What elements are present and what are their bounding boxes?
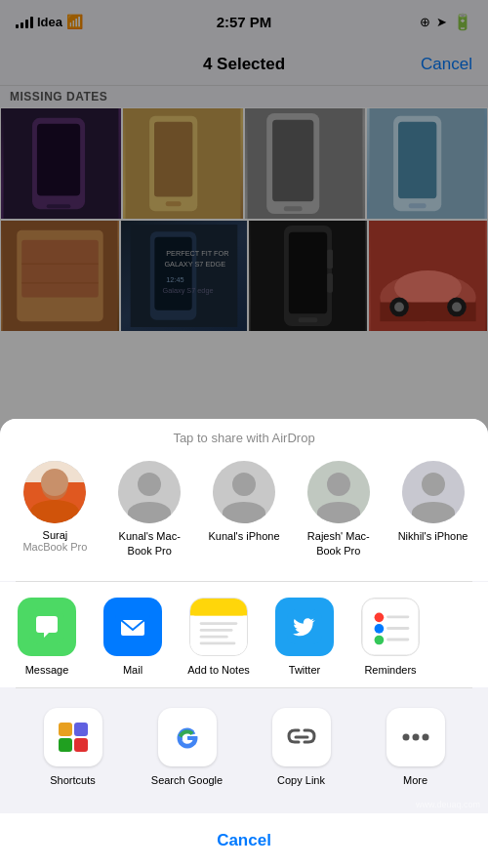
airdrop-contact-rajesh[interactable]: Rajesh' Mac-Book Pro xyxy=(296,461,382,558)
avatar-kunal-mac xyxy=(118,461,181,523)
app-label-mail: Mail xyxy=(123,664,142,676)
google-icon-colored xyxy=(172,722,203,753)
share-overlay: Tap to share with AirDrop Suraj xyxy=(0,0,488,868)
avatar-suraj xyxy=(23,461,86,523)
action-icon-more xyxy=(386,708,445,766)
more-icon-svg xyxy=(399,721,432,754)
svg-rect-60 xyxy=(59,723,72,736)
app-icon-notes xyxy=(189,598,248,656)
action-label-shortcuts: Shortcuts xyxy=(50,774,95,786)
contact-name-suraj: Suraj MacBook Pro xyxy=(22,529,87,553)
contact-label-kunal-iphone: Kunal's iPhone xyxy=(208,529,279,543)
action-label-search-google: Search Google xyxy=(151,774,223,786)
action-search-google[interactable]: G Search Google xyxy=(139,708,236,786)
app-label-notes: Add to Notes xyxy=(187,664,250,676)
svg-rect-61 xyxy=(74,723,88,736)
avatar-kunal-iphone xyxy=(213,461,275,523)
svg-rect-48 xyxy=(200,622,238,625)
avatar-rajesh xyxy=(307,461,370,523)
svg-point-68 xyxy=(422,734,428,741)
contact-subtitle-suraj: MacBook Pro xyxy=(22,541,87,553)
svg-point-54 xyxy=(375,613,385,623)
copy-link-icon-svg xyxy=(285,721,318,754)
actions-section: Shortcuts G xyxy=(0,688,488,806)
twitter-icon-svg xyxy=(287,609,322,644)
app-icon-reminders xyxy=(361,598,420,656)
svg-rect-50 xyxy=(200,636,228,639)
avatar-nikhil xyxy=(402,461,465,523)
app-mail[interactable]: Mail xyxy=(90,598,176,676)
svg-point-56 xyxy=(375,624,385,634)
svg-rect-55 xyxy=(386,615,409,618)
airdrop-contact-kunal-iphone[interactable]: Kunal's iPhone xyxy=(201,461,287,558)
action-label-more: More xyxy=(403,774,427,786)
shortcuts-icon-svg xyxy=(57,721,90,754)
notes-icon-svg xyxy=(190,598,247,656)
svg-rect-49 xyxy=(200,629,233,632)
app-icon-message xyxy=(18,598,76,656)
reminders-icon-svg xyxy=(362,598,419,656)
watermark: www.deuaq.com xyxy=(416,800,480,809)
svg-rect-62 xyxy=(59,738,72,752)
app-label-reminders: Reminders xyxy=(364,664,416,676)
action-more[interactable]: More xyxy=(367,708,465,786)
app-icon-twitter xyxy=(275,598,334,656)
svg-point-67 xyxy=(412,734,419,741)
app-icon-mail xyxy=(103,598,162,656)
mail-icon-svg xyxy=(115,609,150,644)
message-icon-svg xyxy=(29,609,64,644)
airdrop-contact-kunal-mac[interactable]: Kunal's Mac-Book Pro xyxy=(106,461,192,558)
airdrop-contact-nikhil[interactable]: Nikhil's iPhone xyxy=(390,461,476,558)
svg-rect-51 xyxy=(200,641,236,644)
airdrop-title: Tap to share with AirDrop xyxy=(0,431,488,445)
contact-label-rajesh: Rajesh' Mac-Book Pro xyxy=(296,529,382,558)
svg-rect-57 xyxy=(386,627,409,630)
airdrop-contact-suraj[interactable]: Suraj MacBook Pro xyxy=(12,461,98,558)
cancel-section: Cancel xyxy=(0,813,488,868)
airdrop-section: Tap to share with AirDrop Suraj xyxy=(0,419,488,581)
app-label-twitter: Twitter xyxy=(289,664,320,676)
action-icon-shortcuts xyxy=(44,708,102,766)
action-copy-link[interactable]: Copy Link xyxy=(253,708,350,786)
airdrop-contacts: Suraj MacBook Pro Kunal's Mac-Book Pro K… xyxy=(0,461,488,558)
app-message[interactable]: Message xyxy=(4,598,90,676)
apps-row: Message Mail xyxy=(0,598,488,676)
contact-label-suraj: Suraj xyxy=(22,529,87,541)
svg-point-66 xyxy=(402,734,409,741)
svg-rect-47 xyxy=(190,611,247,616)
app-label-message: Message xyxy=(25,664,69,676)
svg-rect-59 xyxy=(386,639,409,641)
svg-rect-63 xyxy=(74,738,88,752)
app-notes[interactable]: Add to Notes xyxy=(176,598,262,676)
action-label-copy-link: Copy Link xyxy=(277,774,325,786)
action-icon-search-google: G xyxy=(158,708,217,766)
action-icon-copy-link xyxy=(272,708,331,766)
app-reminders[interactable]: Reminders xyxy=(347,598,433,676)
contact-label-nikhil: Nikhil's iPhone xyxy=(398,529,468,543)
cancel-button[interactable]: Cancel xyxy=(0,813,488,868)
contact-label-kunal-mac: Kunal's Mac-Book Pro xyxy=(106,529,192,558)
action-shortcuts[interactable]: Shortcuts xyxy=(24,708,122,786)
actions-row: Shortcuts G xyxy=(16,700,472,794)
svg-point-58 xyxy=(375,636,385,645)
apps-section: Message Mail xyxy=(0,582,488,687)
app-twitter[interactable]: Twitter xyxy=(262,598,347,676)
